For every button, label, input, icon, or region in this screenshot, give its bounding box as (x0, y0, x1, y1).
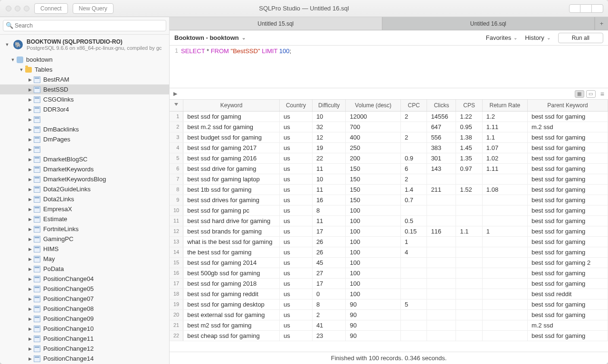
cell-cps[interactable]: 1.45 (456, 142, 482, 153)
col-clicks[interactable]: Clicks (427, 100, 456, 111)
table-row[interactable]: 16best 500gb ssd for gamingus27100best s… (170, 268, 608, 278)
cell-cps[interactable] (456, 299, 482, 309)
cell-cpc[interactable]: 1.4 (400, 184, 427, 195)
cell-cps[interactable] (456, 309, 482, 320)
zoom-icon[interactable] (24, 6, 29, 11)
col-volume[interactable]: Volume (desc) (346, 100, 401, 111)
cell-cps[interactable] (456, 268, 482, 278)
cell-keyword[interactable]: best m.2 ssd for gaming (183, 121, 280, 132)
cell-return-rate[interactable]: 1.02 (482, 153, 527, 163)
cell-parent[interactable]: best ssd for gaming (527, 142, 608, 153)
cell-cpc[interactable] (400, 205, 427, 215)
cell-cps[interactable] (456, 320, 482, 330)
cell-cpc[interactable]: 2 (400, 111, 427, 121)
minimize-icon[interactable] (15, 6, 20, 11)
cell-volume[interactable]: 100 (346, 215, 401, 226)
cell-cps[interactable] (456, 247, 482, 257)
cell-return-rate[interactable] (482, 289, 527, 299)
table-node[interactable]: ▶DmarketKeywords (0, 164, 169, 174)
cell-clicks[interactable]: 14556 (427, 111, 456, 121)
cell-cpc[interactable] (400, 121, 427, 132)
cell-cpc[interactable]: 4 (400, 247, 427, 257)
run-all-button[interactable]: Run all (558, 33, 603, 43)
cell-return-rate[interactable] (482, 330, 527, 341)
col-cps[interactable]: CPS (456, 100, 482, 111)
table-node[interactable]: ▶ (0, 114, 169, 124)
cell-difficulty[interactable]: 41 (312, 320, 346, 330)
table-node[interactable]: ▶Dota2GuideLinks (0, 184, 169, 194)
cell-clicks[interactable] (427, 289, 456, 299)
cell-clicks[interactable] (427, 278, 456, 289)
table-node[interactable]: ▶GamingPC (0, 234, 169, 244)
table-row[interactable]: 3best budget ssd for gamingus1240025561.… (170, 132, 608, 142)
search-input[interactable] (3, 20, 166, 31)
cell-volume[interactable]: 100 (346, 205, 401, 215)
layout-left-icon[interactable] (569, 4, 580, 13)
cell-country[interactable]: us (279, 289, 312, 299)
cell-country[interactable]: us (279, 184, 312, 195)
cell-parent[interactable]: best ssd for gaming (527, 195, 608, 205)
table-node[interactable]: ▶PoData (0, 264, 169, 274)
cell-keyword[interactable]: the best ssd for gaming (183, 247, 280, 257)
cell-clicks[interactable] (427, 320, 456, 330)
table-node[interactable]: ▶DmarketBlogSC (0, 154, 169, 164)
cell-return-rate[interactable] (482, 299, 527, 309)
table-node[interactable]: ▶DmPages (0, 134, 169, 144)
cell-return-rate[interactable]: 1.1 (482, 132, 527, 142)
table-row[interactable]: 13what is the best ssd for gamingus26100… (170, 236, 608, 247)
tables-folder[interactable]: ▼ Tables (0, 65, 169, 75)
cell-return-rate[interactable] (482, 309, 527, 320)
cell-country[interactable]: us (279, 195, 312, 205)
cell-parent[interactable]: best ssd for gaming (527, 236, 608, 247)
cell-country[interactable]: us (279, 153, 312, 163)
history-menu[interactable]: History ⌄ (525, 34, 550, 41)
cell-keyword[interactable]: best external ssd for gaming (183, 309, 280, 320)
cell-parent[interactable]: best ssd for gaming (527, 111, 608, 121)
cell-country[interactable]: us (279, 257, 312, 268)
col-cpc[interactable]: CPC (400, 100, 427, 111)
cell-difficulty[interactable]: 19 (312, 142, 346, 153)
close-icon[interactable] (6, 6, 11, 11)
table-row[interactable]: 21best m2 ssd for gamingus4190m.2 ssd (170, 320, 608, 330)
table-row[interactable]: 14the best ssd for gamingus261004best ss… (170, 247, 608, 257)
cell-country[interactable]: us (279, 226, 312, 236)
cell-return-rate[interactable]: 1.11 (482, 163, 527, 174)
cell-return-rate[interactable] (482, 268, 527, 278)
tab-untitled-15[interactable]: Untitled 15.sql (170, 17, 382, 30)
cell-volume[interactable]: 150 (346, 174, 401, 184)
cell-return-rate[interactable] (482, 257, 527, 268)
cell-return-rate[interactable] (482, 174, 527, 184)
cell-parent[interactable]: best ssd for gaming (527, 299, 608, 309)
table-row[interactable]: 4best ssd for gaming 2017us192503831.451… (170, 142, 608, 153)
cell-parent[interactable]: best ssd for gaming (527, 309, 608, 320)
cell-clicks[interactable] (427, 257, 456, 268)
cell-return-rate[interactable] (482, 320, 527, 330)
table-row[interactable]: 2best m.2 ssd for gamingus327006470.951.… (170, 121, 608, 132)
table-node[interactable]: ▶PositionChange04 (0, 274, 169, 284)
table-node[interactable]: ▶DDR3or4 (0, 104, 169, 114)
table-row[interactable]: 11best ssd hard drive for gamingus111000… (170, 215, 608, 226)
cell-volume[interactable]: 400 (346, 132, 401, 142)
cell-difficulty[interactable]: 26 (312, 247, 346, 257)
cell-parent[interactable]: best ssd for gaming (527, 247, 608, 257)
cell-keyword[interactable]: best ssd for gaming 2017 (183, 142, 280, 153)
table-node[interactable]: ▶Dota2Links (0, 194, 169, 204)
table-node[interactable]: ▶BestSSD (0, 84, 169, 94)
col-difficulty[interactable]: Difficulty (312, 100, 346, 111)
cell-volume[interactable]: 150 (346, 195, 401, 205)
cell-return-rate[interactable]: 1.11 (482, 121, 527, 132)
cell-difficulty[interactable]: 17 (312, 278, 346, 289)
cell-difficulty[interactable]: 26 (312, 236, 346, 247)
cell-difficulty[interactable]: 0 (312, 289, 346, 299)
cell-cpc[interactable] (400, 257, 427, 268)
table-node[interactable]: ▶DmarketKeywordsBlog (0, 174, 169, 184)
cell-return-rate[interactable] (482, 195, 527, 205)
cell-return-rate[interactable]: 1 (482, 226, 527, 236)
new-query-button[interactable]: New Query (73, 3, 114, 14)
cell-volume[interactable]: 100 (346, 289, 401, 299)
cell-parent[interactable]: best ssd for gaming (527, 174, 608, 184)
cell-keyword[interactable]: best ssd hard drive for gaming (183, 215, 280, 226)
table-row[interactable]: 12best ssd brands for gamingus171000.151… (170, 226, 608, 236)
cell-return-rate[interactable]: 1.07 (482, 142, 527, 153)
cell-volume[interactable]: 150 (346, 184, 401, 195)
